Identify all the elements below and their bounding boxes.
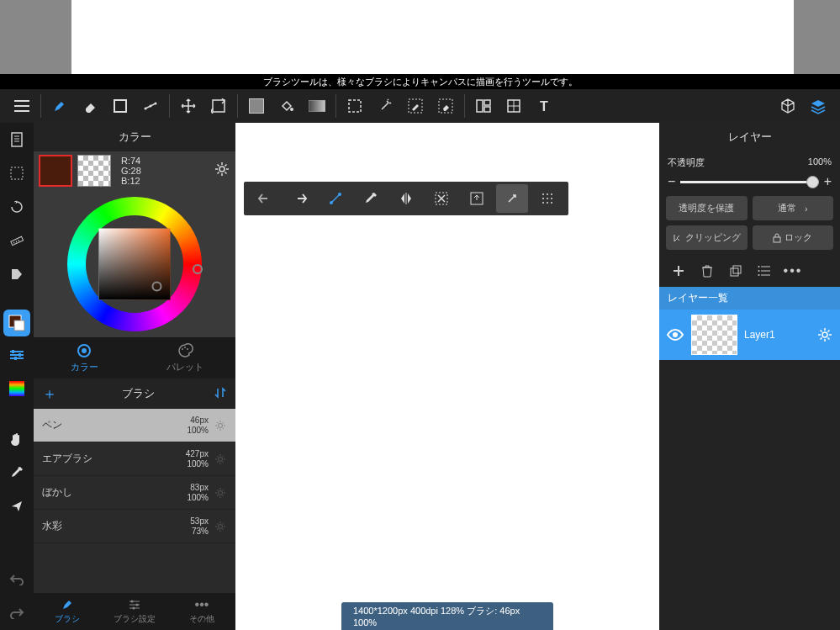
select-brush-icon[interactable] <box>400 91 431 121</box>
gear-icon[interactable] <box>214 486 227 500</box>
gear-icon[interactable] <box>214 520 227 533</box>
svg-rect-6 <box>309 100 325 112</box>
svg-point-48 <box>551 202 552 204</box>
brush-item-pen[interactable]: ペン 46px100% <box>34 409 235 442</box>
svg-rect-15 <box>12 133 22 146</box>
mesh-icon[interactable] <box>499 91 529 121</box>
select-eraser-icon[interactable] <box>431 91 461 121</box>
menu-icon[interactable] <box>7 91 37 121</box>
layers-icon[interactable] <box>803 91 833 121</box>
flip-icon[interactable] <box>390 184 422 213</box>
move-icon[interactable] <box>173 91 203 121</box>
gear-icon[interactable] <box>816 326 833 343</box>
svg-rect-11 <box>484 100 490 105</box>
layer-item[interactable]: Layer1 <box>659 310 840 360</box>
slider-plus[interactable]: + <box>824 174 832 189</box>
gear-icon[interactable] <box>214 419 227 432</box>
3d-icon[interactable] <box>773 91 803 121</box>
list-icon[interactable] <box>752 258 777 283</box>
bucket-icon[interactable] <box>272 91 302 121</box>
tab-brush-settings[interactable]: ブラシ設定 <box>101 593 168 630</box>
svg-point-28 <box>187 348 188 350</box>
tag-icon[interactable] <box>0 257 34 291</box>
dots-icon[interactable] <box>135 91 166 121</box>
svg-rect-20 <box>12 350 14 353</box>
protect-alpha-button[interactable]: 透明度を保護 <box>666 196 748 220</box>
add-layer-icon[interactable] <box>666 258 691 283</box>
eyedropper-icon[interactable] <box>355 184 387 213</box>
select-rect-icon[interactable] <box>340 91 370 121</box>
svg-rect-10 <box>477 100 483 112</box>
transform-icon[interactable] <box>203 91 234 121</box>
undo-icon[interactable] <box>249 184 281 213</box>
brush-item-airbrush[interactable]: エアブラシ 427px100% <box>34 442 235 476</box>
svg-rect-51 <box>733 266 741 273</box>
sort-icon[interactable] <box>214 386 227 402</box>
tab-color[interactable]: カラー <box>34 337 135 379</box>
stabilizer-icon[interactable] <box>320 184 351 213</box>
shape-icon[interactable] <box>105 91 135 121</box>
svg-rect-12 <box>484 107 490 112</box>
svg-point-27 <box>184 347 186 348</box>
ruler-icon[interactable] <box>0 224 34 257</box>
canvas[interactable]: 1400*1200px 400dpi 128% ブラシ: 46px 100% <box>235 123 659 630</box>
document-icon[interactable] <box>0 123 34 156</box>
text-icon[interactable]: T <box>529 91 559 121</box>
delete-layer-icon[interactable] <box>695 258 720 283</box>
svg-point-5 <box>290 108 293 111</box>
fill-color-icon[interactable] <box>241 91 272 121</box>
frame-icon[interactable] <box>468 91 499 121</box>
svg-point-46 <box>542 202 544 204</box>
primary-swatch[interactable] <box>39 155 72 187</box>
marquee-icon[interactable] <box>0 156 34 190</box>
lock-button[interactable]: ロック <box>753 225 834 250</box>
tab-brush[interactable]: ブラシ <box>34 593 101 630</box>
visibility-icon[interactable] <box>666 328 684 341</box>
floating-toolbar <box>244 182 568 215</box>
save-icon[interactable] <box>461 184 493 213</box>
brush-list: ペン 46px100% エアブラシ 427px100% ぼかし 83px100%… <box>34 409 235 593</box>
brush-item-watercolor[interactable]: 水彩 53px73% <box>34 510 235 543</box>
gradient-icon[interactable] <box>302 91 332 121</box>
current-swatch-icon[interactable] <box>3 310 30 336</box>
brush-icon[interactable] <box>45 91 75 121</box>
hand-icon[interactable] <box>0 422 34 456</box>
sliders-icon[interactable] <box>0 338 34 372</box>
opacity-label: 不透明度 <box>668 156 705 169</box>
grid-icon[interactable] <box>531 184 563 213</box>
eraser-icon[interactable] <box>75 91 105 121</box>
clipping-button[interactable]: クリッピング <box>666 225 748 250</box>
secondary-swatch[interactable] <box>77 155 111 187</box>
gear-icon[interactable] <box>214 453 227 466</box>
expand-icon[interactable] <box>496 184 528 213</box>
tab-palette[interactable]: パレット <box>135 337 235 379</box>
redo-icon[interactable] <box>284 184 316 213</box>
opacity-slider[interactable] <box>680 181 818 183</box>
layer-panel: レイヤー 不透明度 100% − + 透明度を保護 通常› クリッピング ロック… <box>659 123 840 630</box>
blend-mode-button[interactable]: 通常› <box>753 196 834 220</box>
layer-thumbnail <box>691 315 737 355</box>
duplicate-layer-icon[interactable] <box>723 258 748 283</box>
slider-minus[interactable]: − <box>668 174 675 189</box>
svg-point-29 <box>219 423 223 427</box>
rgb-values: R:74 G:28 B:12 <box>116 156 209 186</box>
eyedropper-icon[interactable] <box>0 456 34 490</box>
saturation-box[interactable] <box>99 228 171 299</box>
redo-icon[interactable] <box>0 596 34 630</box>
wand-icon[interactable] <box>370 91 400 121</box>
share-icon[interactable] <box>0 490 34 523</box>
color-wheel[interactable] <box>67 197 202 331</box>
undo-icon[interactable] <box>0 563 34 596</box>
svg-rect-18 <box>9 315 21 327</box>
tab-other[interactable]: •••その他 <box>168 593 235 630</box>
more-icon[interactable]: ••• <box>780 258 806 283</box>
opacity-value: 100% <box>808 156 832 169</box>
rainbow-icon[interactable] <box>0 372 34 405</box>
deselect-icon[interactable] <box>425 184 457 213</box>
brush-item-blur[interactable]: ぼかし 83px100% <box>34 476 235 510</box>
color-title: カラー <box>34 123 235 151</box>
add-brush-icon[interactable]: ＋ <box>42 384 62 404</box>
brush-header: ＋ ブラシ <box>34 379 235 409</box>
rotate-icon[interactable] <box>0 190 34 224</box>
gear-icon[interactable] <box>214 161 230 181</box>
